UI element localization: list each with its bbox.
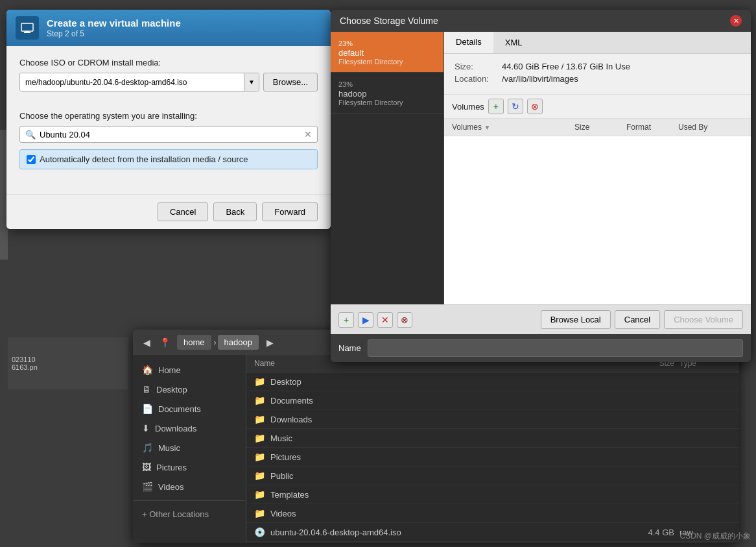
- pool-default-pct: 23%: [338, 40, 353, 47]
- sidebar-music-label: Music: [158, 443, 180, 453]
- file-row-name: Pictures: [270, 452, 628, 462]
- start-pool-button[interactable]: ▶: [358, 312, 373, 328]
- file-row-name: Public: [270, 471, 628, 481]
- videos-icon: 🎬: [142, 481, 153, 492]
- sidebar-item-downloads[interactable]: ⬇ Downloads: [133, 419, 246, 438]
- os-section: Choose the operating system you are inst…: [19, 111, 318, 169]
- file-row-name: Documents: [270, 396, 628, 406]
- storage-details: Size: 44.60 GiB Free / 13.67 GiB In Use …: [444, 54, 751, 95]
- sidebar-item-pictures[interactable]: 🖼 Pictures: [133, 457, 246, 477]
- clear-search-button[interactable]: ✕: [304, 129, 312, 140]
- sidebar-desktop-label: Desktop: [156, 385, 187, 395]
- tab-details[interactable]: Details: [444, 32, 493, 53]
- svg-rect-2: [25, 31, 29, 32]
- downloads-icon: ⬇: [142, 423, 150, 433]
- file-content: Name Size Type 📁Desktop📁Documents📁Downlo…: [246, 355, 739, 543]
- nav-forward-button[interactable]: ▶: [264, 336, 276, 349]
- sidebar-videos-label: Videos: [158, 482, 184, 492]
- volumes-toolbar: Volumes + ↻ ⊗: [444, 95, 751, 119]
- svg-rect-1: [24, 32, 30, 33]
- file-row-icon: 📁: [254, 508, 265, 518]
- file-row-icon: 📁: [254, 376, 265, 387]
- forward-button[interactable]: Forward: [262, 202, 318, 221]
- cancel-button[interactable]: Cancel: [158, 202, 208, 221]
- storage-bottom-toolbar: + ▶ ✕ ⊗ Browse Local Cancel Choose Volum…: [331, 304, 751, 334]
- thumb-text-1: 023110: [12, 356, 124, 363]
- auto-detect-checkbox[interactable]: [27, 155, 36, 164]
- volumes-table: Volumes ▼ Size Format Used By: [444, 119, 751, 304]
- file-row-name: Desktop: [270, 377, 628, 387]
- size-row: Size: 44.60 GiB Free / 13.67 GiB In Use: [455, 62, 740, 71]
- desktop-icon: 🖥: [142, 384, 151, 395]
- thumb-text-2: 6163.pn: [12, 363, 124, 371]
- name-label: Name: [338, 343, 361, 353]
- storage-tabs: Details XML: [444, 32, 751, 54]
- storage-content: Details XML Size: 44.60 GiB Free / 13.67…: [444, 32, 751, 304]
- pool-hadoop-name: hadoop: [338, 89, 436, 99]
- file-row[interactable]: 📁Templates: [246, 485, 739, 504]
- file-row[interactable]: 💿ubuntu-20.04.6-desktop-amd64.iso4.4 GBr…: [246, 523, 739, 542]
- choose-volume-button[interactable]: Choose Volume: [664, 310, 743, 329]
- sidebar-item-music[interactable]: 🎵 Music: [133, 438, 246, 457]
- breadcrumb-hadoop[interactable]: hadoop: [218, 335, 259, 350]
- browse-local-button[interactable]: Browse Local: [541, 310, 611, 329]
- location-label: Location:: [455, 74, 497, 84]
- size-label: Size:: [455, 62, 497, 71]
- add-pool-button[interactable]: +: [338, 312, 354, 328]
- file-row[interactable]: 📁Pictures: [246, 448, 739, 467]
- breadcrumb: home › hadoop: [177, 335, 260, 350]
- file-row-name: ubuntu-20.04.6-desktop-amd64.iso: [270, 528, 628, 537]
- vm-icon: [16, 16, 39, 40]
- file-row-icon: 📁: [254, 470, 265, 481]
- file-row[interactable]: 📁Videos: [246, 504, 739, 523]
- back-button[interactable]: Back: [213, 202, 257, 221]
- auto-detect-label: Automatically detect from the installati…: [40, 154, 248, 164]
- sidebar-home-label: Home: [158, 365, 181, 375]
- file-row-name: Templates: [270, 490, 628, 500]
- os-label: Choose the operating system you are inst…: [19, 111, 318, 121]
- sidebar-item-home[interactable]: 🏠 Home: [133, 360, 246, 380]
- pool-hadoop[interactable]: 23% hadoop Filesystem Directory: [331, 73, 443, 114]
- iso-dropdown-btn[interactable]: ▼: [244, 73, 259, 91]
- name-row: Name: [331, 334, 751, 362]
- nav-location-button[interactable]: 📍: [157, 336, 173, 349]
- vm-step: Step 2 of 5: [47, 29, 84, 38]
- nav-back-button[interactable]: ◀: [141, 336, 153, 349]
- file-main: 🏠 Home 🖥 Desktop 📄 Documents ⬇ Downloads…: [133, 355, 739, 543]
- vm-titlebar: Create a new virtual machine Step 2 of 5: [6, 10, 331, 46]
- pool-default[interactable]: 23% default Filesystem Directory: [331, 32, 443, 73]
- file-row[interactable]: 📁Desktop: [246, 372, 739, 391]
- col-volumes: Volumes ▼: [452, 123, 574, 132]
- stop-pool-button[interactable]: ✕: [377, 312, 393, 328]
- browse-button[interactable]: Browse...: [263, 73, 318, 91]
- file-row[interactable]: 📁Documents: [246, 391, 739, 410]
- storage-close-button[interactable]: ✕: [730, 15, 742, 27]
- tab-xml[interactable]: XML: [493, 32, 534, 53]
- file-row[interactable]: 📁Public: [246, 467, 739, 485]
- sidebar-item-documents[interactable]: 📄 Documents: [133, 399, 246, 419]
- location-row: Location: /var/lib/libvirt/images: [455, 74, 740, 84]
- delete-pool-button[interactable]: ⊗: [397, 312, 412, 328]
- breadcrumb-home[interactable]: home: [177, 335, 211, 350]
- delete-volume-button[interactable]: ⊗: [527, 99, 543, 114]
- storage-main: 23% default Filesystem Directory 23% had…: [331, 32, 751, 304]
- name-input[interactable]: [368, 339, 743, 357]
- iso-input[interactable]: [20, 73, 244, 91]
- file-row-name: Videos: [270, 509, 628, 518]
- file-row[interactable]: 📁Music: [246, 429, 739, 448]
- os-search-input[interactable]: [40, 130, 300, 140]
- sidebar-item-videos[interactable]: 🎬 Videos: [133, 477, 246, 496]
- sidebar-pictures-label: Pictures: [156, 463, 187, 472]
- file-row[interactable]: 📁Downloads: [246, 410, 739, 429]
- add-volume-button[interactable]: +: [488, 99, 504, 114]
- documents-icon: 📄: [142, 404, 153, 414]
- music-icon: 🎵: [142, 443, 153, 453]
- sidebar-other-locations[interactable]: + Other Locations: [133, 505, 246, 524]
- storage-cancel-button[interactable]: Cancel: [615, 310, 660, 329]
- col-size: Size: [574, 123, 626, 132]
- pictures-icon: 🖼: [142, 462, 151, 472]
- create-vm-window: Create a new virtual machine Step 2 of 5…: [6, 10, 331, 229]
- sidebar-item-desktop[interactable]: 🖥 Desktop: [133, 380, 246, 399]
- file-row-name: Music: [270, 433, 628, 443]
- refresh-volume-button[interactable]: ↻: [508, 99, 523, 114]
